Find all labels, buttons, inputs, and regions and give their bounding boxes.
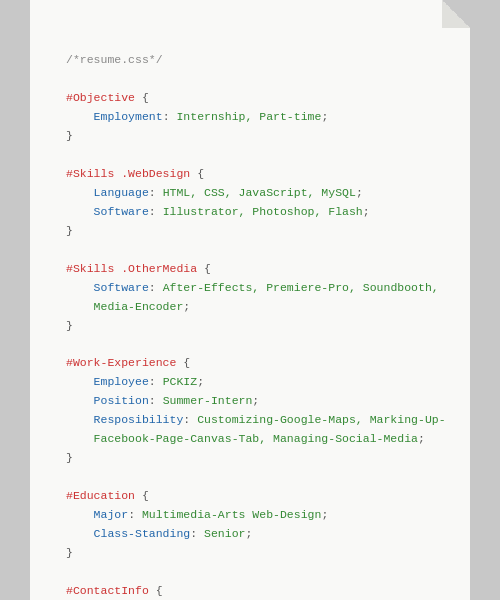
- selector-objective: #Objective: [66, 91, 135, 104]
- val-employment: Internship, Part-time: [176, 110, 321, 123]
- prop-major: Major: [94, 508, 129, 521]
- file-comment: /*resume.css*/: [66, 53, 163, 66]
- prop-classstanding: Class-Standing: [94, 527, 191, 540]
- prop-employment: Employment: [94, 110, 163, 123]
- prop-position: Position: [94, 394, 149, 407]
- prop-resposibility: Resposibility: [94, 413, 184, 426]
- val-classstanding: Senior: [204, 527, 245, 540]
- prop-employee: Employee: [94, 375, 149, 388]
- selector-work: #Work-Experience: [66, 356, 176, 369]
- val-major: Multimedia-Arts Web-Design: [142, 508, 321, 521]
- val-software-web: Illustrator, Photoshop, Flash: [163, 205, 363, 218]
- selector-contact: #ContactInfo: [66, 584, 149, 597]
- document-paper: /*resume.css*/ #Objective { Employment: …: [30, 0, 470, 600]
- prop-software-media: Software: [94, 281, 149, 294]
- prop-software-web: Software: [94, 205, 149, 218]
- prop-language: Language: [94, 186, 149, 199]
- val-language: HTML, CSS, JavaScript, MySQL: [163, 186, 356, 199]
- selector-webdesign: #Skills .WebDesign: [66, 167, 190, 180]
- selector-othermedia: #Skills .OtherMedia: [66, 262, 197, 275]
- val-position: Summer-Intern: [163, 394, 253, 407]
- val-employee: PCKIZ: [163, 375, 198, 388]
- selector-education: #Education: [66, 489, 135, 502]
- code-content: /*resume.css*/ #Objective { Employment: …: [66, 32, 434, 600]
